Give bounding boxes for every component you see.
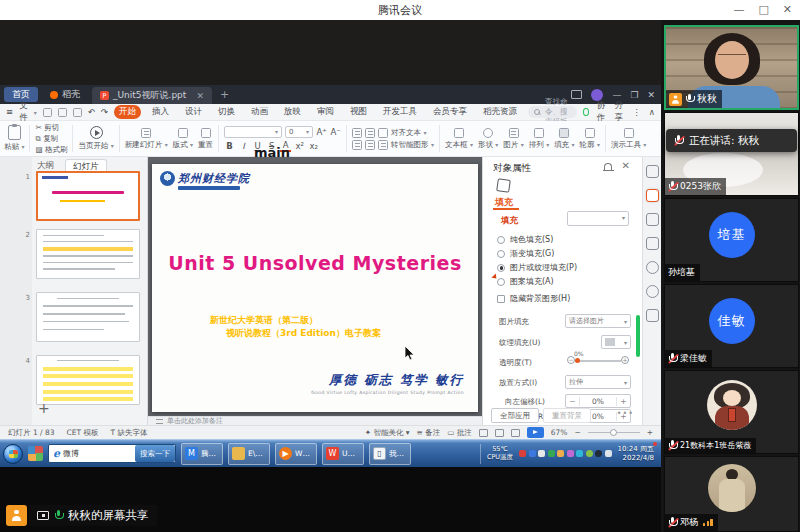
- save-icon[interactable]: [43, 108, 52, 117]
- slide-1[interactable]: 郑州财经学院 Unit 5 Unsolved Mysteries 新世纪大学英语…: [152, 164, 478, 412]
- beautify-panel-icon[interactable]: [646, 213, 659, 226]
- present-tools-button[interactable]: 演示工具 ▾: [611, 128, 646, 150]
- align-text-button[interactable]: 对齐文本 ▾: [391, 128, 426, 138]
- checkbox-hide-background[interactable]: 隐藏背景图形(H): [497, 293, 570, 304]
- opacity-slider[interactable]: − 0% +: [567, 353, 629, 367]
- radio-pattern-fill[interactable]: 图案填充(A): [497, 276, 554, 287]
- arrange-button[interactable]: 排列 ▾: [529, 128, 549, 150]
- wps-minimize-icon[interactable]: —: [612, 90, 621, 100]
- beautify-button[interactable]: ✦ 智能美化 ▾: [365, 428, 410, 438]
- placement-select[interactable]: 拉伸▾: [565, 375, 631, 389]
- paste-button[interactable]: 粘贴 ▾: [4, 125, 24, 152]
- icons-panel-icon[interactable]: [646, 309, 659, 322]
- tray-icons[interactable]: [519, 450, 612, 457]
- taskbar-search-box[interactable]: e 微博 搜索一下: [48, 444, 176, 463]
- fill-button[interactable]: 填充 ▾: [554, 128, 574, 150]
- offset-left-stepper[interactable]: −0%+: [565, 394, 631, 408]
- texture-fill-select[interactable]: ▾: [601, 335, 631, 349]
- slide-thumbnail-4[interactable]: [36, 355, 140, 405]
- apply-all-button[interactable]: 全部应用: [491, 408, 539, 423]
- line-spacing-icon[interactable]: [378, 140, 388, 150]
- sorter-view-icon[interactable]: [495, 429, 504, 437]
- slide-thumbnail-2[interactable]: [36, 229, 140, 279]
- zoom-out-icon[interactable]: −: [574, 428, 580, 437]
- properties-panel-icon[interactable]: [646, 189, 659, 202]
- subscript-button[interactable]: x₂: [308, 141, 319, 151]
- taskbar-app-folder[interactable]: E\…: [228, 443, 270, 465]
- collapse-ribbon-icon[interactable]: ∧: [649, 107, 655, 117]
- bell-icon[interactable]: [604, 163, 612, 170]
- missing-font-warning[interactable]: Ƭ 缺失字体: [110, 428, 147, 438]
- ribbon-tab-member[interactable]: 会员专享: [428, 105, 472, 119]
- zoom-in-icon[interactable]: +: [647, 428, 653, 437]
- radio-gradient-fill[interactable]: 渐变填充(G): [497, 248, 554, 259]
- participant-tile-yueziwei[interactable]: 21数科本1班岳紫薇: [664, 370, 799, 454]
- slide-thumbnail-1[interactable]: [36, 171, 140, 221]
- ribbon-tab-review[interactable]: 审阅: [312, 105, 339, 119]
- taskbar-app-wps[interactable]: W U…: [322, 443, 364, 465]
- taskbar-app-meeting[interactable]: M 腾…: [181, 443, 223, 465]
- wps-docer-tab[interactable]: 稻壳: [42, 87, 88, 102]
- new-slide-button[interactable]: 新建幻灯片 ▾: [125, 128, 168, 150]
- hamburger-icon[interactable]: ≡: [6, 107, 13, 117]
- taskbar-clock[interactable]: 10:24 周五2022/4/8: [618, 445, 654, 462]
- add-slide-button[interactable]: +: [38, 400, 50, 416]
- notes-bar[interactable]: 单击此处添加备注: [148, 416, 482, 425]
- start-button[interactable]: [3, 444, 23, 464]
- radio-picture-fill[interactable]: 图片或纹理填充(P): [497, 262, 577, 273]
- redo-icon[interactable]: ↷: [101, 107, 108, 117]
- reading-view-icon[interactable]: [511, 429, 520, 437]
- reset-button[interactable]: 重置: [198, 128, 213, 150]
- close-document-icon[interactable]: ✕: [196, 91, 204, 101]
- outline-button[interactable]: 轮廓 ▾: [580, 128, 600, 150]
- participant-tile-zhangxin[interactable]: 0253张欣: [664, 112, 799, 196]
- effects-panel-icon[interactable]: [646, 165, 659, 178]
- bold-button[interactable]: B: [224, 141, 235, 151]
- textbox-button[interactable]: 文本框 ▾: [445, 128, 473, 150]
- indent-icon[interactable]: [378, 128, 388, 138]
- resource-panel-icon[interactable]: [646, 285, 659, 298]
- texture-preview-dropdown[interactable]: [567, 211, 629, 226]
- wps-restore-icon[interactable]: ❐: [630, 90, 638, 100]
- ribbon-tab-transition[interactable]: 切换: [213, 105, 240, 119]
- ribbon-tab-slideshow[interactable]: 放映: [279, 105, 306, 119]
- help-panel-icon[interactable]: [646, 261, 659, 274]
- layout-panel-icon[interactable]: [646, 237, 659, 250]
- superscript-button[interactable]: x²: [294, 141, 305, 151]
- ribbon-tab-design[interactable]: 设计: [180, 105, 207, 119]
- picture-fill-select[interactable]: 请选择图片▾: [565, 314, 631, 328]
- new-document-tab-icon[interactable]: +: [220, 88, 229, 101]
- ribbon-tab-docer-res[interactable]: 稻壳资源: [478, 105, 522, 119]
- play-from-current-button[interactable]: 当页开始 ▾: [78, 126, 113, 151]
- template-name[interactable]: CET 模板: [67, 428, 99, 438]
- export-icon[interactable]: [73, 108, 82, 117]
- taskbar-app-phone[interactable]: ▯ 我…: [369, 443, 411, 465]
- reset-background-button[interactable]: 重置背景: [543, 408, 591, 423]
- format-painter-button[interactable]: ▨ 格式刷: [35, 145, 67, 155]
- italic-button[interactable]: I: [238, 141, 249, 151]
- font-size-combo[interactable]: 0▾: [285, 126, 313, 138]
- print-icon[interactable]: [58, 108, 67, 117]
- smart-graphic-button[interactable]: 转智能图形 ▾: [391, 140, 434, 150]
- participant-tile-dengyang[interactable]: 邓杨: [664, 456, 799, 532]
- quick-launch-icon[interactable]: [28, 446, 43, 461]
- ribbon-tab-view[interactable]: 视图: [345, 105, 372, 119]
- assistant-icon[interactable]: [583, 108, 588, 116]
- taskbar-app-player[interactable]: ▶ W…: [275, 443, 317, 465]
- align-left-icon[interactable]: [352, 140, 362, 150]
- zoom-level[interactable]: 67%: [551, 428, 568, 437]
- more-menu-icon[interactable]: ⋮: [632, 107, 641, 117]
- ribbon-tab-animation[interactable]: 动画: [246, 105, 273, 119]
- zoom-slider[interactable]: [588, 432, 640, 434]
- bullet-list-icon[interactable]: [352, 128, 362, 138]
- participant-tile-liangjiamin[interactable]: 佳敏 梁佳敏: [664, 284, 799, 368]
- font-name-combo[interactable]: ▾: [224, 126, 282, 138]
- ribbon-tab-devtools[interactable]: 开发工具: [378, 105, 422, 119]
- number-list-icon[interactable]: [365, 128, 375, 138]
- slideshow-play-button[interactable]: [527, 427, 544, 438]
- normal-view-icon[interactable]: [479, 429, 488, 437]
- wps-account-avatar[interactable]: [591, 89, 603, 101]
- more-dots-icon[interactable]: •••: [617, 409, 634, 418]
- copy-button[interactable]: ⧉ 复制: [35, 134, 58, 144]
- wps-document-tab[interactable]: P _Unit5视听说.ppt ✕: [92, 87, 212, 104]
